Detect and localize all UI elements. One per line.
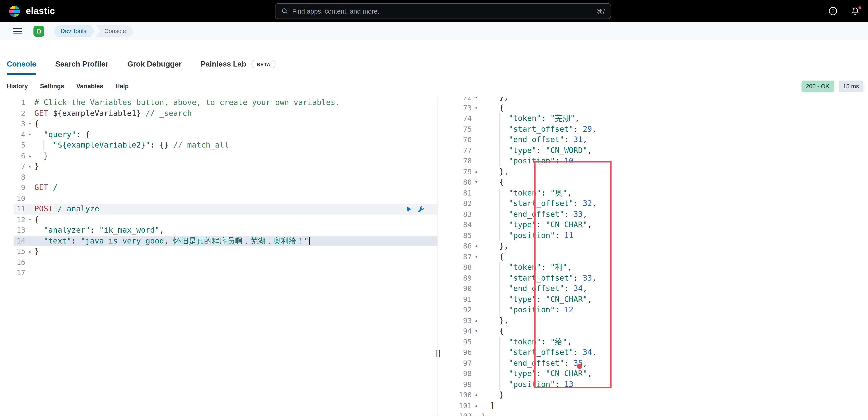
fold-toggle-icon[interactable]: ▴ — [472, 400, 481, 411]
code-line[interactable]: 78 "position": 10 — [438, 156, 868, 166]
indent-guide — [490, 97, 491, 102]
code-line[interactable]: 97 "end_offset": 35, — [438, 358, 868, 368]
code-line[interactable]: 14 "text": "java is very good, 怀旧是真的程序员啊… — [13, 236, 438, 246]
elastic-logo[interactable] — [8, 4, 21, 18]
code-line[interactable]: 75 "start_offset": 29, — [438, 124, 868, 134]
code-text: "analyzer": "ik_max_word", — [34, 225, 438, 236]
tab-grok-debugger[interactable]: Grok Debugger — [127, 60, 182, 68]
menu-icon[interactable] — [13, 28, 22, 34]
indent-guide — [499, 379, 500, 390]
code-line[interactable]: 9GET / — [13, 182, 438, 193]
fold-toggle-icon[interactable]: ▴ — [25, 150, 34, 161]
code-line[interactable]: 73▾ { — [438, 102, 868, 113]
code-line[interactable]: 101▴ ] — [438, 400, 868, 411]
tab-console[interactable]: Console — [7, 60, 36, 68]
breadcrumb-item-dev-tools[interactable]: Dev Tools — [54, 25, 95, 37]
code-line[interactable]: 84 "type": "CN_CHAR", — [438, 219, 868, 230]
fold-toggle-icon[interactable]: ▴ — [472, 241, 481, 251]
code-line[interactable]: 8 — [13, 172, 438, 182]
code-line[interactable]: 4▾ "query": { — [13, 129, 438, 140]
code-line[interactable]: 87▾ { — [438, 251, 868, 262]
line-number: 94 — [438, 326, 472, 336]
code-text: } — [34, 246, 438, 257]
global-search-input[interactable]: Find apps, content, and more. ⌘/ — [275, 3, 611, 19]
code-line[interactable]: 2GET ${exampleVariable1} // _search — [13, 108, 438, 119]
code-line[interactable]: 85 "position": 11 — [438, 230, 868, 241]
fold-gutter — [472, 145, 481, 156]
code-line[interactable]: 82 "start_offset": 32, — [438, 198, 868, 209]
indent-guide — [490, 113, 491, 124]
code-line[interactable]: 74 "token": "芜湖", — [438, 113, 868, 124]
fold-toggle-icon[interactable]: ▾ — [472, 251, 481, 262]
fold-toggle-icon[interactable]: ▾ — [472, 177, 481, 188]
code-line[interactable]: 86▴ }, — [438, 241, 868, 251]
code-line[interactable]: 13 "analyzer": "ik_max_word", — [13, 225, 438, 236]
fold-toggle-icon[interactable]: ▾ — [472, 326, 481, 336]
code-line[interactable]: 91 "type": "CN_CHAR", — [438, 294, 868, 305]
code-line[interactable]: 5 "${exampleVariable2}": {} // match_all — [13, 140, 438, 150]
code-line[interactable]: 79▴ }, — [438, 166, 868, 177]
code-line[interactable]: 92 "position": 12 — [438, 305, 868, 315]
code-line[interactable]: 77 "type": "CN_WORD", — [438, 145, 868, 156]
code-line[interactable]: 80▾ { — [438, 177, 868, 188]
fold-toggle-icon[interactable]: ▴ — [472, 315, 481, 326]
code-line[interactable]: 95 "token": "给", — [438, 336, 868, 347]
code-text: "token": "芜湖", — [481, 113, 868, 124]
code-line[interactable]: 1# Click the Variables button, above, to… — [13, 97, 438, 108]
fold-gutter — [472, 411, 481, 416]
code-line[interactable]: 17 — [13, 268, 438, 278]
request-editor[interactable]: 1# Click the Variables button, above, to… — [13, 97, 438, 416]
code-line[interactable]: 88 "token": "利", — [438, 262, 868, 273]
code-text — [34, 193, 438, 204]
toolbar-item-settings[interactable]: Settings — [40, 83, 64, 90]
fold-toggle-icon[interactable]: ▴ — [25, 161, 34, 172]
code-line[interactable]: 99 "position": 13 — [438, 379, 868, 390]
code-line[interactable]: 7▴} — [13, 161, 438, 172]
code-line[interactable]: 96 "start_offset": 34, — [438, 347, 868, 358]
code-line[interactable]: 93▴ }, — [438, 315, 868, 326]
fold-toggle-icon[interactable]: ▾ — [25, 214, 34, 225]
code-line[interactable]: 89 "start_offset": 33, — [438, 273, 868, 283]
fold-toggle-icon[interactable]: ▾ — [25, 129, 34, 140]
fold-toggle-icon[interactable]: ▾ — [25, 119, 34, 129]
code-line[interactable]: 102} — [438, 411, 868, 416]
indent-guide — [490, 379, 491, 390]
tab-painless-lab[interactable]: Painless Lab — [200, 60, 246, 68]
indent-guide — [490, 368, 491, 379]
code-line[interactable]: 83 "end_offset": 33, — [438, 209, 868, 219]
line-number: 79 — [438, 166, 472, 177]
toolbar-item-help[interactable]: Help — [115, 83, 129, 90]
space-avatar[interactable]: D — [33, 26, 44, 36]
code-line[interactable]: 12▾{ — [13, 214, 438, 225]
code-line[interactable]: 94▾ { — [438, 326, 868, 336]
code-line[interactable]: 90 "end_offset": 34, — [438, 283, 868, 294]
fold-toggle-icon[interactable]: ▾ — [472, 102, 481, 113]
code-line[interactable]: 10 — [13, 193, 438, 204]
notifications-bell-icon[interactable] — [849, 5, 861, 17]
fold-gutter — [25, 257, 34, 268]
code-line[interactable]: 6▴ } — [13, 150, 438, 161]
response-editor[interactable]: 72▴ },73▾ {74 "token": "芜湖",75 "start_of… — [438, 97, 868, 416]
code-line[interactable]: 81 "token": "奥", — [438, 188, 868, 198]
code-line[interactable]: 76 "end_offset": 31, — [438, 134, 868, 145]
fold-toggle-icon[interactable]: ▴ — [25, 246, 34, 257]
code-line[interactable]: 100▴ } — [438, 390, 868, 400]
fold-toggle-icon[interactable]: ▴ — [472, 166, 481, 177]
fold-toggle-icon[interactable]: ▴ — [472, 97, 481, 102]
line-number: 11 — [13, 204, 25, 214]
code-text: } — [481, 411, 868, 416]
code-line[interactable]: 72▴ }, — [438, 97, 868, 102]
code-line[interactable]: 11POST /_analyze — [13, 204, 438, 214]
toolbar-item-history[interactable]: History — [7, 83, 28, 90]
help-icon[interactable]: ? — [827, 5, 839, 17]
toolbar-item-variables[interactable]: Variables — [76, 83, 103, 90]
code-line[interactable]: 15▴} — [13, 246, 438, 257]
code-line[interactable]: 98 "type": "CN_CHAR", — [438, 368, 868, 379]
line-number: 73 — [438, 102, 472, 113]
request-options-wrench-icon[interactable] — [417, 206, 424, 213]
fold-toggle-icon[interactable]: ▴ — [472, 390, 481, 400]
tab-search-profiler[interactable]: Search Profiler — [55, 60, 108, 68]
code-line[interactable]: 3▾{ — [13, 119, 438, 129]
code-line[interactable]: 16 — [13, 257, 438, 268]
send-request-play-button[interactable] — [405, 206, 412, 213]
